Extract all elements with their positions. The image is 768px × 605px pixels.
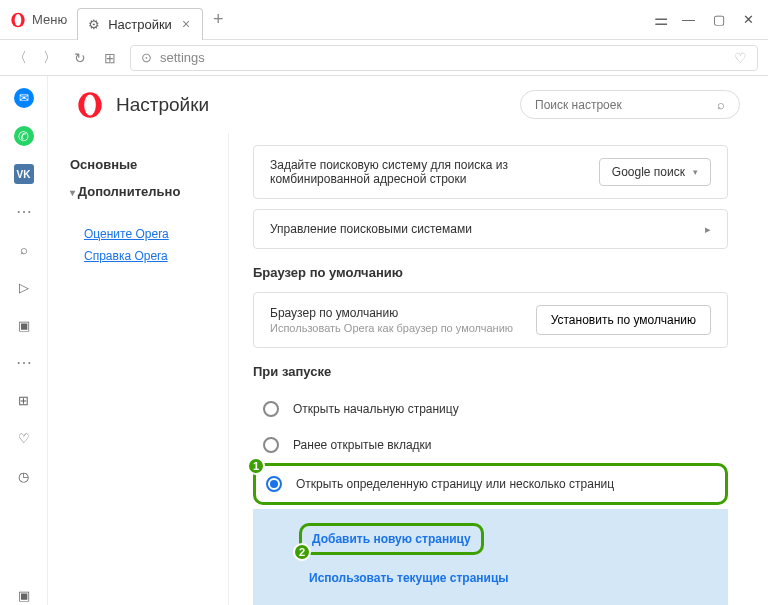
radio-label: Открыть начальную страницу	[293, 402, 459, 416]
bookmark-heart-icon[interactable]: ♡	[734, 50, 747, 66]
radio-icon	[263, 401, 279, 417]
sidebar-item-basic[interactable]: Основные	[70, 151, 228, 178]
page-title: Настройки	[116, 94, 508, 116]
snapshot-icon[interactable]: ▣	[14, 315, 34, 335]
opera-icon	[10, 12, 26, 28]
default-browser-card: Браузер по умолчанию Использовать Opera …	[253, 292, 728, 348]
default-browser-heading: Браузер по умолчанию	[253, 265, 728, 280]
radio-icon	[263, 437, 279, 453]
highlight-1: 1 Открыть определенную страницу или неск…	[253, 463, 728, 505]
history-icon[interactable]: ◷	[14, 466, 34, 486]
address-field[interactable]: ⊙ settings ♡	[130, 45, 758, 71]
default-browser-sub: Использовать Opera как браузер по умолча…	[270, 322, 524, 334]
tab-title: Настройки	[108, 17, 172, 32]
settings-main: Задайте поисковую систему для поиска из …	[228, 133, 768, 605]
address-bar: 〈 〉 ↻ ⊞ ⊙ settings ♡	[0, 40, 768, 76]
tab-settings[interactable]: ⚙ Настройки ×	[77, 8, 203, 40]
set-default-button[interactable]: Установить по умолчанию	[536, 305, 711, 335]
rail-more-icon[interactable]: ⋯	[16, 202, 32, 221]
panel-toggle-icon[interactable]: ▣	[14, 585, 34, 605]
svg-point-1	[15, 14, 22, 26]
startup-option-previous[interactable]: Ранее открытые вкладки	[253, 427, 728, 463]
vk-icon[interactable]: VK	[14, 164, 34, 184]
settings-sidebar: Основные Дополнительно Оцените Opera Спр…	[48, 133, 228, 605]
tab-close-icon[interactable]: ×	[180, 16, 192, 32]
manage-search-engines[interactable]: Управление поисковыми системами	[253, 209, 728, 249]
search-engine-dropdown[interactable]: Google поиск	[599, 158, 711, 186]
forward-button[interactable]: 〉	[40, 49, 60, 67]
heart-icon[interactable]: ♡	[14, 428, 34, 448]
radio-label: Открыть определенную страницу или нескол…	[296, 477, 614, 491]
content-area: Настройки ⌕ Основные Дополнительно Оцени…	[48, 76, 768, 605]
lock-icon: ⊙	[141, 50, 152, 65]
flow-icon[interactable]: ▷	[14, 277, 34, 297]
sidebar-rail: ✉ ✆ VK ⋯ ⌕ ▷ ▣ ⋯ ⊞ ♡ ◷ ▣	[0, 76, 48, 605]
add-page-link[interactable]: Добавить новую страницу	[302, 526, 481, 552]
sidebar-link-rate[interactable]: Оцените Opera	[70, 223, 228, 245]
window-controls: — ▢ ✕	[682, 12, 768, 27]
radio-checked-icon	[266, 476, 282, 492]
maximize-icon[interactable]: ▢	[713, 12, 725, 27]
search-engine-card: Задайте поисковую систему для поиска из …	[253, 145, 728, 199]
search-engine-desc: Задайте поисковую систему для поиска из …	[270, 158, 587, 186]
callout-badge-2: 2	[293, 543, 311, 561]
settings-body: Основные Дополнительно Оцените Opera Спр…	[48, 133, 768, 605]
whatsapp-icon[interactable]: ✆	[14, 126, 34, 146]
svg-point-3	[84, 94, 96, 115]
opera-logo-icon	[76, 91, 104, 119]
startup-heading: При запуске	[253, 364, 728, 379]
callout-badge-1: 1	[247, 457, 265, 475]
titlebar: Меню ⚙ Настройки × + ⚌ — ▢ ✕	[0, 0, 768, 40]
highlight-2: 2 Добавить новую страницу	[299, 523, 484, 555]
search-input[interactable]	[535, 98, 709, 112]
sidebar-item-advanced[interactable]: Дополнительно	[70, 178, 228, 205]
startup-pages-panel: 2 Добавить новую страницу Использовать т…	[253, 509, 728, 605]
close-icon[interactable]: ✕	[743, 12, 754, 27]
gear-icon: ⚙	[88, 17, 100, 32]
startup-option-specific[interactable]: Открыть определенную страницу или нескол…	[256, 466, 725, 502]
back-button[interactable]: 〈	[10, 49, 30, 67]
easy-setup-icon[interactable]: ⚌	[654, 10, 682, 29]
messenger-icon[interactable]: ✉	[14, 88, 34, 108]
new-tab-button[interactable]: +	[203, 9, 234, 30]
use-current-link[interactable]: Использовать текущие страницы	[299, 565, 519, 591]
sidebar-link-help[interactable]: Справка Opera	[70, 245, 228, 267]
reload-button[interactable]: ↻	[70, 50, 90, 66]
menu-label: Меню	[32, 12, 67, 27]
workspace: ✉ ✆ VK ⋯ ⌕ ▷ ▣ ⋯ ⊞ ♡ ◷ ▣ Настройки ⌕ Осн…	[0, 76, 768, 605]
minimize-icon[interactable]: —	[682, 12, 695, 27]
search-icon[interactable]: ⌕	[14, 239, 34, 259]
search-glass-icon: ⌕	[717, 97, 725, 112]
dropdown-value: Google поиск	[612, 165, 685, 179]
address-text: settings	[160, 50, 726, 65]
settings-header: Настройки ⌕	[48, 76, 768, 133]
radio-label: Ранее открытые вкладки	[293, 438, 432, 452]
menu-button[interactable]: Меню	[0, 0, 77, 39]
extensions-icon[interactable]: ⊞	[14, 390, 34, 410]
settings-search[interactable]: ⌕	[520, 90, 740, 119]
manage-search-label: Управление поисковыми системами	[270, 222, 472, 236]
rail-more2-icon[interactable]: ⋯	[16, 353, 32, 372]
default-browser-title: Браузер по умолчанию	[270, 306, 524, 320]
startup-option-startpage[interactable]: Открыть начальную страницу	[253, 391, 728, 427]
speed-dial-icon[interactable]: ⊞	[100, 50, 120, 66]
